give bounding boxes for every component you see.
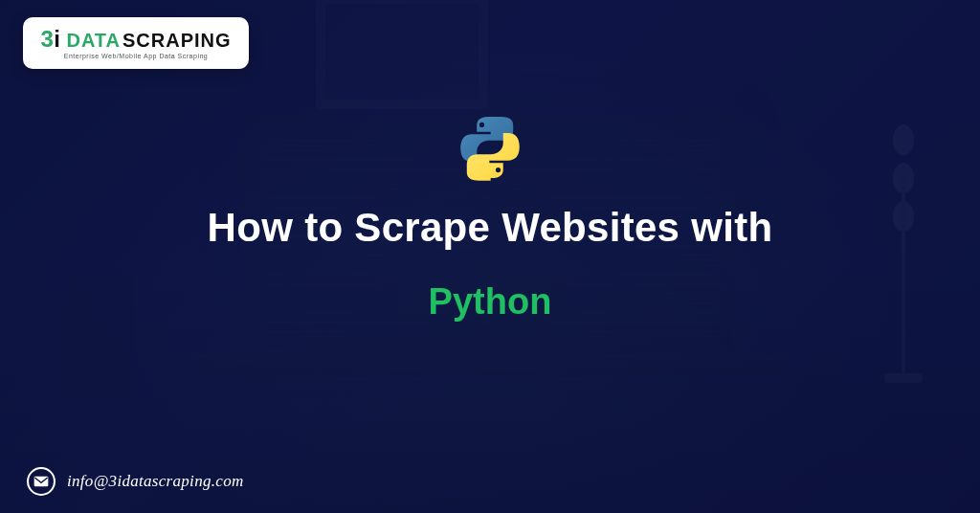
- python-logo-icon: [456, 113, 524, 182]
- brand-word-green: DATA: [66, 31, 121, 50]
- email-address: info@3idatascraping.com: [67, 472, 244, 491]
- svg-rect-0: [34, 477, 49, 487]
- hero: How to Scrape Websites with Python: [0, 113, 980, 323]
- footer-contact: info@3idatascraping.com: [27, 467, 244, 496]
- hero-title-line1: How to Scrape Websites with: [208, 205, 773, 251]
- brand-prefix-green: 3: [40, 26, 54, 52]
- brand-prefix-black: i: [54, 26, 60, 52]
- brand-word-black: SCRAPING: [122, 31, 232, 50]
- hero-title-line2: Python: [429, 281, 552, 323]
- brand-logo: 3i DATASCRAPING: [40, 28, 231, 51]
- email-icon: [27, 467, 56, 496]
- brand-tagline: Enterprise Web/Mobile App Data Scraping: [64, 53, 209, 59]
- brand-logo-card: 3i DATASCRAPING Enterprise Web/Mobile Ap…: [23, 17, 249, 69]
